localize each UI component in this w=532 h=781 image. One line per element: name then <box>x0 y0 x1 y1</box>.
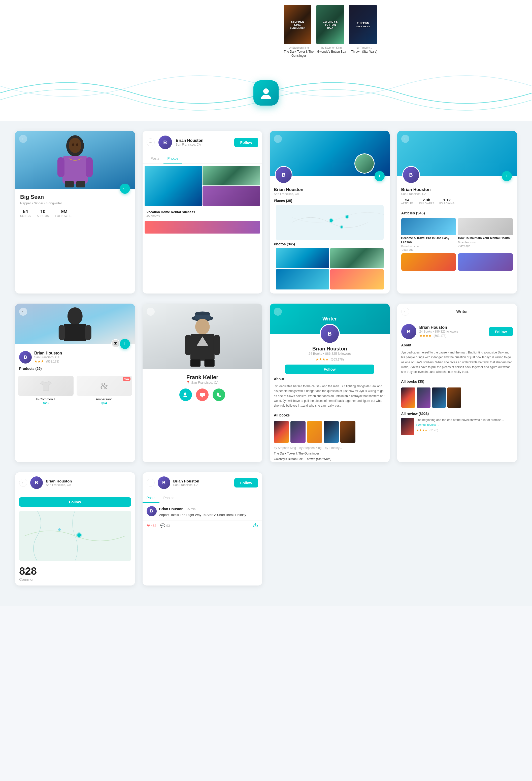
svg-point-16 <box>195 312 210 316</box>
article-time-2: 2 day ago <box>458 244 513 247</box>
follow-button[interactable]: Follow <box>489 327 513 336</box>
common-count: 828 <box>19 565 131 577</box>
book-gwendy[interactable]: GWENDY'SBUTTONBOX by Stephen King Gwendy… <box>316 5 346 54</box>
photo-cell-aerial[interactable] <box>145 166 202 206</box>
back-button[interactable]: ← <box>147 479 155 487</box>
mini-book-5[interactable] <box>340 421 356 443</box>
plus-button[interactable]: + <box>375 171 385 181</box>
all-review-label: All review (8923) <box>397 410 517 418</box>
back-button[interactable]: ← <box>274 307 282 316</box>
back-button[interactable]: ← <box>147 307 155 316</box>
mini-book-2[interactable] <box>290 421 305 443</box>
mini-book-3[interactable] <box>432 387 446 408</box>
profile-icon-bubble[interactable] <box>253 80 279 106</box>
tab-photos[interactable]: Photos <box>163 154 182 164</box>
photo-cell-person[interactable] <box>203 186 260 206</box>
photo-strip[interactable] <box>145 221 260 234</box>
person-name: Brian Houston <box>34 351 62 356</box>
article-4[interactable] <box>458 253 513 271</box>
writer-info: Brian Houston 24 Books • 886,325 followe… <box>270 346 390 374</box>
product-price: $28 <box>18 401 74 405</box>
photo-cell-4[interactable] <box>330 269 384 289</box>
photo-cell-mountains[interactable] <box>203 166 260 186</box>
tab-row: Posts Photos <box>142 493 262 503</box>
back-button[interactable]: ← <box>19 135 27 143</box>
like-action[interactable]: ❤ 452 <box>147 523 156 528</box>
card-writer-mobile: ← Writer B Brian Houston 24 Books • 886,… <box>270 303 390 462</box>
follow-button[interactable]: Follow <box>234 478 258 488</box>
call-button[interactable] <box>213 388 225 401</box>
photo-cell-3[interactable] <box>276 269 329 289</box>
message-button[interactable] <box>196 388 209 401</box>
location: San Francisco, CA <box>173 483 231 487</box>
book-thrawn[interactable]: THRAWNSTAR WARS by Timothy... Thrawn (St… <box>349 5 379 54</box>
map-section[interactable] <box>276 205 384 240</box>
person-figure <box>15 303 135 344</box>
back-button[interactable]: ← <box>19 479 27 487</box>
all-books-row-detail <box>397 385 517 410</box>
avatar: B <box>401 324 416 339</box>
product-tshirt[interactable]: In Common T $28 <box>18 376 74 405</box>
review-row: The beginning and the end of the novel s… <box>397 418 517 435</box>
follow-button[interactable]: Follow <box>19 497 131 507</box>
back-button[interactable]: ← <box>401 307 409 316</box>
cards-row-2: ← ✉ + B Brian Houston San Francisco, CA … <box>15 303 517 462</box>
card-houston-articles: ← + B Brian Houston San Francisco, CA 54… <box>397 131 517 293</box>
mini-book-4[interactable] <box>324 421 339 443</box>
product-ampersand[interactable]: & NEW Ampersand $54 <box>77 376 132 405</box>
svg-rect-11 <box>64 324 86 341</box>
card-header-map: ← + B <box>270 131 390 176</box>
articles-grid: Become A Travel Pro In One Easy Lesson B… <box>401 218 513 271</box>
tab-posts[interactable]: Posts <box>142 493 159 503</box>
product-name: Ampersand <box>77 397 132 401</box>
book-gunslinger[interactable]: STEPHENKINGGUNSLINGER by Stephen King Th… <box>284 5 314 58</box>
review-book-thumb[interactable] <box>401 418 414 435</box>
share-action[interactable] <box>253 523 258 529</box>
books-info: 24 Books • 886,325 followers <box>419 330 486 333</box>
photo-cell-2[interactable] <box>330 248 384 268</box>
tab-posts[interactable]: Posts <box>147 154 163 164</box>
cards-row-1: ← ← Big Sean Rapper • Singer • Songwrite… <box>15 131 517 293</box>
writer-detail-header: ← Writer <box>397 303 517 320</box>
back-button[interactable]: ← <box>147 138 155 147</box>
comment-icon: 💬 <box>160 523 165 528</box>
plus-button[interactable]: + <box>120 339 130 349</box>
photo-cell-1[interactable] <box>276 248 329 268</box>
plus-button[interactable]: + <box>502 171 512 181</box>
comment-action[interactable]: 💬 93 <box>160 523 170 528</box>
person-background <box>15 131 135 189</box>
photos-grid <box>142 164 262 208</box>
mini-book-2[interactable] <box>417 387 431 408</box>
card-houston-products: ← ✉ + B Brian Houston San Francisco, CA … <box>15 303 135 462</box>
mini-book-1[interactable] <box>274 421 289 443</box>
card-writer-detail: ← Writer B Brian Houston 24 Books • 886,… <box>397 303 517 462</box>
see-full-review-link[interactable]: See full review → <box>416 423 513 427</box>
article-3[interactable] <box>401 253 456 271</box>
mail-icon[interactable]: ✉ <box>111 339 120 348</box>
follow-button[interactable]: Follow <box>285 365 374 374</box>
back-button[interactable]: ← <box>401 135 409 143</box>
article-1[interactable]: Become A Travel Pro In One Easy Lesson B… <box>401 218 456 251</box>
person-subtitle: Rapper • Singer • Songwriter <box>20 201 130 205</box>
mini-book-4[interactable] <box>447 387 461 408</box>
person-name: Frank Keller <box>148 374 257 381</box>
follow-button[interactable]: Follow <box>234 138 258 147</box>
article-2[interactable]: How To Maintain Your Mental Health Brian… <box>458 218 513 251</box>
mini-book-3[interactable] <box>307 421 322 443</box>
product-name: In Common T <box>18 397 74 401</box>
person-name: Brian Houston <box>46 479 131 483</box>
card-header-row: ← B Brian Houston San Francisco, CA <box>15 472 135 493</box>
back-button[interactable]: ← <box>274 135 282 143</box>
location: San Francisco, CA <box>34 356 62 359</box>
map-large[interactable] <box>19 511 131 561</box>
dots-menu[interactable]: ··· <box>254 506 258 511</box>
tab-photos[interactable]: Photos <box>159 493 178 503</box>
person-name: Brian Houston <box>274 346 386 352</box>
mini-book-1[interactable] <box>401 387 415 408</box>
card-houston-posts: ← B Brian Houston San Francisco, CA Foll… <box>142 472 262 585</box>
writer-header: ← Writer B <box>270 303 390 334</box>
svg-point-10 <box>68 307 83 325</box>
stat-value: 2.3k <box>418 198 434 202</box>
plus-button[interactable]: ← <box>120 184 130 194</box>
add-friend-button[interactable] <box>179 388 192 401</box>
